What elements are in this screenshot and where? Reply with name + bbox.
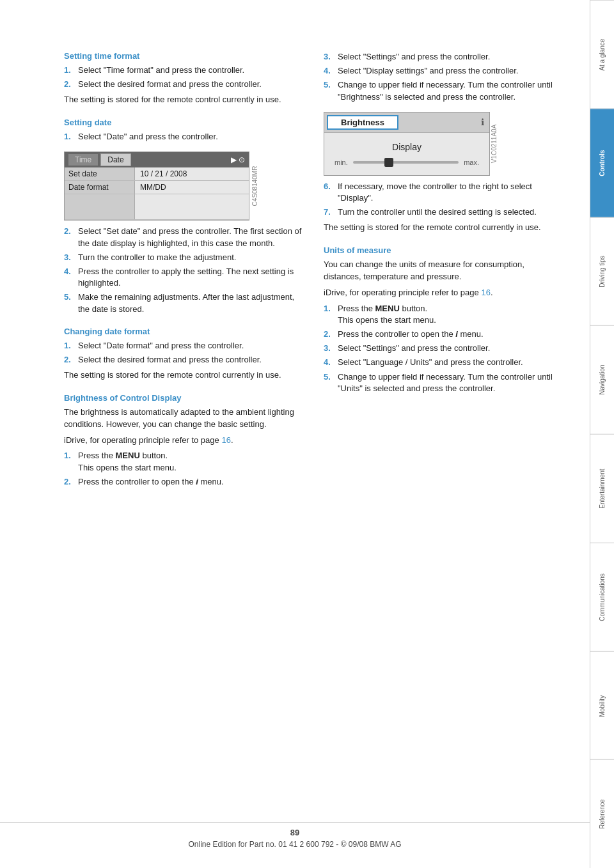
sidebar-tab-mobility[interactable]: Mobility: [590, 651, 614, 760]
list-item: 2. Press the controller to open the i me…: [64, 476, 304, 488]
brightness-screenshot: Brightness ℹ Display min. max.: [324, 112, 490, 176]
screenshot-caption-left: C4S08140MR: [251, 166, 258, 206]
display-label: Display: [335, 142, 479, 152]
left-column: Setting time format 1. Select "Time form…: [64, 51, 304, 492]
list-item: 1. Press the MENU button.This opens the …: [64, 450, 304, 473]
screenshot-caption-right: V1C0211A0A: [491, 124, 498, 163]
setting-date-list1: 1. Select "Date" and press the controlle…: [64, 131, 304, 143]
list-item: 2. Press the controller to open the i me…: [324, 329, 564, 340]
brightness-label: Brightness: [327, 115, 398, 130]
section-heading-date: Setting date: [64, 118, 304, 127]
sidebar-tab-driving-tips[interactable]: Driving tips: [590, 217, 614, 326]
list-item: 7. Turn the controller until the desired…: [324, 206, 564, 218]
sidebar-tab-navigation[interactable]: Navigation: [590, 325, 614, 434]
list-item: 4. Press the controller to apply the set…: [64, 266, 304, 289]
page-link-16[interactable]: 16: [221, 435, 230, 445]
sidebar-tab-label: Navigation: [599, 365, 606, 395]
info-icon: ℹ: [481, 117, 487, 127]
slider-row: min. max.: [335, 159, 479, 166]
footer-text: Online Edition for Part no. 01 41 2 600 …: [188, 840, 401, 849]
section-heading-time-format: Setting time format: [64, 51, 304, 61]
list-item: 2. Select "Set date" and press the contr…: [64, 226, 304, 249]
section-heading-brightness: Brightness of Control Display: [64, 393, 304, 403]
time-format-note: The setting is stored for the remote con…: [64, 94, 304, 106]
time-format-list: 1. Select "Time format" and press the co…: [64, 65, 304, 90]
main-content: Setting time format 1. Select "Time form…: [0, 0, 590, 868]
tab-time: Time: [68, 154, 98, 166]
list-item: 1. Select "Date" and press the controlle…: [64, 131, 304, 143]
brightness-intro: The brightness is automatically adapted …: [64, 407, 304, 431]
list-item: 6. If necessary, move the controller to …: [324, 181, 564, 204]
sidebar-tab-label: Communications: [599, 573, 606, 621]
sidebar-tab-label: Controls: [599, 150, 606, 176]
units-intro: You can change the units of measure for …: [324, 259, 564, 283]
changing-date-format-list: 1. Select "Date format" and press the co…: [64, 340, 304, 366]
sidebar-tab-label: Mobility: [599, 695, 606, 717]
max-label: max.: [464, 159, 479, 166]
screenshot-row-dateformat: Date format MM/DD: [65, 181, 249, 194]
brightness-note2: The setting is stored for the remote con…: [324, 222, 564, 234]
brightness-screenshot-header: Brightness ℹ: [324, 112, 489, 133]
units-idrive-ref: iDrive, for operating principle refer to…: [324, 287, 564, 299]
list-item: 5. Change to upper field if necessary. T…: [324, 371, 564, 394]
list-item: 1. Select "Time format" and press the co…: [64, 65, 304, 76]
slider-thumb: [384, 158, 393, 167]
list-item: 3. Turn the controller to make the adjus…: [64, 252, 304, 263]
right-column: 3. Select "Settings" and press the contr…: [324, 51, 564, 492]
min-label: min.: [335, 159, 348, 166]
list-item: 3. Select "Settings" and press the contr…: [324, 51, 564, 63]
slider-track: [353, 161, 459, 164]
screenshot-header: Time Date ▶ ⊙: [65, 152, 249, 167]
sidebar-tab-label: Entertainment: [599, 469, 606, 508]
list-item: 3. Select "Settings" and press the contr…: [324, 343, 564, 354]
sidebar-tab-label: Reference: [599, 800, 606, 829]
sidebar-tab-entertainment[interactable]: Entertainment: [590, 434, 614, 543]
screenshot-arrow: ▶ ⊙: [231, 155, 245, 164]
list-item: 5. Make the remaining adjustments. After…: [64, 291, 304, 314]
date-screenshot: Time Date ▶ ⊙ Set date 10 / 21 / 2008 Da…: [64, 151, 249, 221]
list-item: 2. Select the desired format and press t…: [64, 79, 304, 90]
screenshot-row-setdate: Set date 10 / 21 / 2008: [65, 167, 249, 181]
setting-date-list2: 2. Select "Set date" and press the contr…: [64, 226, 304, 314]
list-item: 4. Select "Language / Units" and press t…: [324, 357, 564, 368]
page-number: 89: [0, 828, 590, 837]
list-item: 4. Select "Display settings" and press t…: [324, 65, 564, 77]
list-item: 1. Select "Date format" and press the co…: [64, 340, 304, 352]
list-item: 2. Select the desired format and press t…: [64, 354, 304, 366]
brightness-continued-list: 3. Select "Settings" and press the contr…: [324, 51, 564, 103]
list-item: 1. Press the MENU button.This opens the …: [324, 303, 564, 326]
sidebar-tab-reference[interactable]: Reference: [590, 759, 614, 868]
page-link-16-units[interactable]: 16: [481, 288, 490, 297]
brightness-screenshot-body: Display min. max.: [324, 133, 489, 175]
brightness-idrive-ref: iDrive, for operating principle refer to…: [64, 435, 304, 447]
date-screenshot-wrapper: Time Date ▶ ⊙ Set date 10 / 21 / 2008 Da…: [64, 146, 249, 226]
date-format-note: The setting is stored for the remote con…: [64, 369, 304, 382]
brightness-screenshot-wrapper: Brightness ℹ Display min. max.: [324, 107, 490, 181]
sidebar: At a glance Controls Driving tips Naviga…: [590, 0, 614, 868]
brightness-continued-list2: 6. If necessary, move the controller to …: [324, 181, 564, 219]
list-item: 5. Change to upper field if necessary. T…: [324, 79, 564, 102]
sidebar-tab-label: Driving tips: [599, 256, 606, 287]
section-heading-units: Units of measure: [324, 245, 564, 255]
sidebar-tab-controls[interactable]: Controls: [590, 109, 614, 217]
tab-date: Date: [100, 153, 130, 166]
screenshot-rows: Set date 10 / 21 / 2008 Date format MM/D…: [65, 167, 249, 220]
units-list: 1. Press the MENU button.This opens the …: [324, 303, 564, 394]
sidebar-tab-label: At a glance: [599, 38, 606, 70]
page-footer: 89 Online Edition for Part no. 01 41 2 6…: [0, 822, 590, 849]
brightness-list: 1. Press the MENU button.This opens the …: [64, 450, 304, 488]
screenshot-row-empty: [65, 194, 249, 220]
sidebar-tab-communications[interactable]: Communications: [590, 543, 614, 651]
sidebar-tab-at-a-glance[interactable]: At a glance: [590, 0, 614, 109]
section-heading-date-format: Changing date format: [64, 327, 304, 336]
